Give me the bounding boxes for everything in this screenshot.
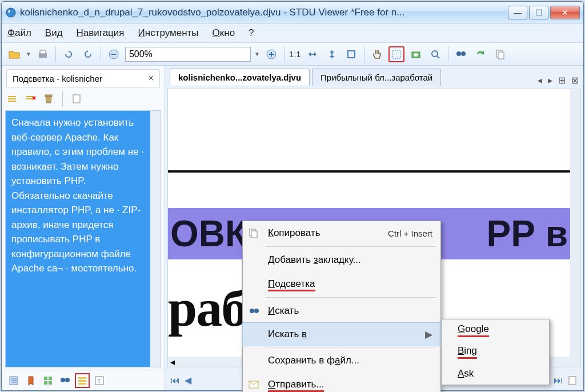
fit-width-button[interactable] [304,46,320,62]
menu-save-to-file[interactable]: Сохранить в файл... [243,349,440,373]
copy-button[interactable] [492,46,508,62]
svg-point-34 [61,378,65,382]
shortcut-label: Ctrl + Insert [388,229,432,238]
rotate-left-button[interactable] [61,46,77,62]
menu-view[interactable]: Вид [45,27,63,39]
svg-line-14 [437,56,439,58]
envelope-icon [249,381,261,389]
copy-icon [249,228,261,238]
submenu-arrow-icon: ▶ [425,329,432,341]
menu-file[interactable]: Файл [7,27,31,39]
context-menu: Копировать Ctrl + Insert Добавить заклад… [242,221,441,392]
svg-point-45 [254,309,259,313]
contents-tab-button[interactable] [6,373,21,388]
sidebar: Подсветка - kolisnicher × Сначала нужно … [2,66,165,390]
add-highlight-button[interactable] [7,94,18,103]
zoom-in-button[interactable] [263,46,279,62]
last-page-button[interactable]: ⏭ [554,375,563,386]
svg-rect-31 [49,377,52,380]
menu-bar: Файл Вид Навигация Инструменты Окно ? [2,23,583,43]
menu-copy[interactable]: Копировать Ctrl + Insert [243,221,440,245]
close-tab-button[interactable]: ⊠ [571,75,579,86]
text-tab-button[interactable]: T [92,373,107,388]
svg-point-44 [250,309,254,313]
title-bar: kolisnichenko_d_n_drupal_7_rukovodstvo_p… [2,2,583,23]
svg-point-1 [8,10,10,13]
page-text-right: РР в [487,213,568,255]
next-tab-button[interactable]: ▸ [548,75,552,86]
menu-nav[interactable]: Навигация [77,27,125,39]
menu-send[interactable]: Отправить... [243,373,440,392]
svg-rect-24 [45,95,52,97]
close-button[interactable]: ✕ [550,6,580,19]
svg-rect-32 [44,381,47,385]
window-title: kolisnichenko_d_n_drupal_7_rukovodstvo_p… [20,7,508,18]
print-button[interactable] [35,46,51,62]
svg-rect-25 [73,95,80,103]
vertical-scrollbar[interactable] [570,89,580,367]
close-icon[interactable]: × [149,73,154,83]
svg-rect-19 [8,96,16,97]
page-divider [168,170,570,173]
svg-rect-30 [44,377,47,380]
sidebar-tab[interactable]: Подсветка - kolisnicher × [6,69,160,87]
sidebar-tabs: T [2,370,165,390]
svg-rect-10 [392,50,400,58]
zoom-input[interactable]: 500% [125,47,251,62]
svg-rect-36 [78,377,86,379]
svg-rect-8 [271,52,272,57]
menu-help[interactable]: ? [249,27,254,39]
first-page-button[interactable]: ⏮ [171,375,180,386]
menu-search[interactable]: Искать [243,299,440,323]
open-button[interactable] [6,46,22,62]
page-layout-button[interactable] [567,375,578,386]
export-button[interactable] [72,94,81,104]
svg-rect-38 [78,383,86,385]
fit-page-button[interactable] [343,46,359,62]
grid-view-button[interactable]: ⊞ [558,75,566,86]
magnify-region-button[interactable] [427,46,443,62]
menu-tools[interactable]: Инструменты [138,27,199,39]
svg-rect-5 [111,54,116,55]
sidebar-scrollbar[interactable] [150,111,161,367]
refresh-button[interactable] [472,46,488,62]
app-icon [5,7,17,18]
fit-height-button[interactable] [324,46,340,62]
svg-rect-3 [40,50,46,54]
highlight-text-block[interactable]: Сначала нужно установить веб-сервер Apac… [6,111,150,367]
highlights-tab-button[interactable] [75,373,90,388]
prev-tab-button[interactable]: ◂ [538,75,542,86]
menu-search-in[interactable]: Искать в ▶ [242,322,441,346]
submenu-bing[interactable]: Bing [442,341,549,363]
find-button[interactable] [453,46,469,62]
hand-tool-button[interactable] [369,46,385,62]
select-tool-button[interactable] [388,46,404,62]
bookmarks-tab-button[interactable] [23,373,38,388]
trash-button[interactable] [44,94,53,104]
prev-page-button[interactable]: ◀ [185,375,191,386]
menu-add-bookmark[interactable]: Добавить закладку... [243,248,440,272]
delete-highlight-button[interactable] [26,94,36,103]
sidebar-tab-label: Подсветка - kolisnicher [13,74,102,83]
menu-window[interactable]: Окно [213,27,235,39]
menu-highlight[interactable]: Подсветка [243,272,440,296]
snapshot-button[interactable] [408,46,424,62]
document-tab-inactive[interactable]: Прибыльный бл...заработай [312,69,441,86]
maximize-button[interactable]: ☐ [529,6,548,19]
svg-rect-43 [251,231,257,238]
thumbnails-tab-button[interactable] [41,373,55,388]
document-tab-active[interactable]: kolisnichenko...zovatelya.djvu [170,69,310,86]
svg-point-15 [456,51,461,56]
search-tab-button[interactable] [58,373,73,388]
svg-point-0 [6,8,15,17]
submenu-google[interactable]: Google [442,319,549,341]
sidebar-toolbar [2,90,165,108]
svg-rect-37 [78,380,86,382]
svg-text:T: T [97,378,101,385]
svg-rect-33 [49,381,52,385]
zoom-out-button[interactable] [106,46,122,62]
rotate-right-button[interactable] [80,46,96,62]
minimize-button[interactable]: — [508,6,527,19]
submenu-ask[interactable]: Ask [442,363,549,385]
svg-rect-9 [348,51,355,58]
